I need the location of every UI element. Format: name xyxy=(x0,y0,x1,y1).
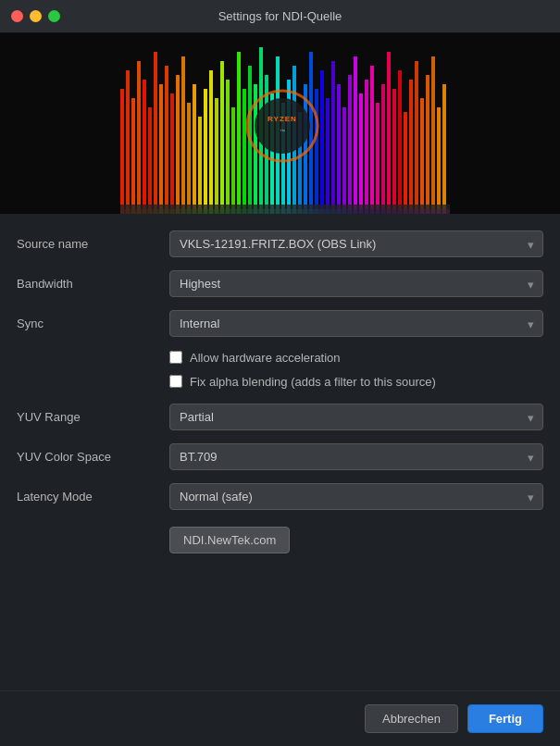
svg-rect-55 xyxy=(420,98,424,214)
svg-rect-1 xyxy=(120,89,124,214)
svg-point-61 xyxy=(255,98,310,154)
source-name-row: Source name VKLS-12191.FRITZ.BOX (OBS Li… xyxy=(17,230,543,257)
sync-wrapper: Internal External NDI Timestamp xyxy=(169,310,543,337)
svg-rect-53 xyxy=(409,80,413,214)
svg-rect-58 xyxy=(437,107,441,214)
bandwidth-wrapper: Highest High Medium Low Audio only xyxy=(169,270,543,297)
svg-rect-19 xyxy=(220,61,224,214)
fix-alpha-checkbox[interactable] xyxy=(169,375,182,388)
titlebar: Settings for NDI-Quelle xyxy=(0,0,560,33)
yuv-range-wrapper: Partial Full xyxy=(169,404,543,430)
svg-rect-8 xyxy=(159,84,163,214)
svg-rect-21 xyxy=(231,107,235,214)
svg-rect-48 xyxy=(381,84,385,214)
svg-rect-39 xyxy=(331,61,335,214)
bandwidth-select[interactable]: Highest High Medium Low Audio only xyxy=(169,270,543,297)
ndi-button-row: NDI.NewTek.com xyxy=(169,527,543,553)
yuv-range-select[interactable]: Partial Full xyxy=(169,404,543,430)
svg-rect-9 xyxy=(165,66,168,214)
yuv-range-row: YUV Range Partial Full xyxy=(17,404,543,430)
bottom-bar: Abbrechen Fertig xyxy=(0,690,560,746)
svg-rect-34 xyxy=(304,84,307,214)
svg-rect-46 xyxy=(370,66,374,214)
svg-rect-18 xyxy=(215,98,218,214)
yuv-color-control: BT.709 BT.601 BT.2020 xyxy=(169,443,543,470)
svg-rect-7 xyxy=(154,52,157,214)
svg-rect-20 xyxy=(226,80,230,214)
svg-rect-42 xyxy=(348,75,352,214)
svg-text:™: ™ xyxy=(280,129,285,134)
svg-rect-5 xyxy=(143,80,146,214)
svg-text:RYZEN: RYZEN xyxy=(268,115,297,123)
bandwidth-label: Bandwidth xyxy=(17,277,169,291)
cancel-button[interactable]: Abbrechen xyxy=(365,704,458,733)
yuv-range-control: Partial Full xyxy=(169,404,543,430)
hw-accel-row: Allow hardware acceleration xyxy=(169,350,543,367)
svg-rect-23 xyxy=(243,89,246,214)
minimize-button[interactable] xyxy=(30,10,42,22)
svg-rect-44 xyxy=(359,93,363,214)
latency-row: Latency Mode Normal (safe) Low Lowest xyxy=(17,483,543,510)
traffic-lights xyxy=(11,10,60,22)
preview-area: RYZEN ™ xyxy=(0,33,560,214)
svg-rect-49 xyxy=(387,52,391,214)
ok-button[interactable]: Fertig xyxy=(467,704,543,733)
svg-rect-52 xyxy=(404,112,407,214)
settings-form: Source name VKLS-12191.FRITZ.BOX (OBS Li… xyxy=(0,214,560,628)
latency-wrapper: Normal (safe) Low Lowest xyxy=(169,483,543,510)
yuv-range-label: YUV Range xyxy=(17,410,169,424)
svg-rect-4 xyxy=(137,61,141,214)
hw-accel-label[interactable]: Allow hardware acceleration xyxy=(190,350,341,367)
source-name-select[interactable]: VKLS-12191.FRITZ.BOX (OBS Link) xyxy=(169,230,543,257)
sync-control: Internal External NDI Timestamp xyxy=(169,310,543,337)
svg-rect-14 xyxy=(193,84,196,214)
svg-rect-59 xyxy=(442,84,446,214)
svg-rect-10 xyxy=(170,93,174,214)
close-button[interactable] xyxy=(11,10,23,22)
svg-rect-50 xyxy=(392,89,396,214)
maximize-button[interactable] xyxy=(48,10,60,22)
spectrum-visualization: RYZEN ™ xyxy=(0,33,560,214)
yuv-color-row: YUV Color Space BT.709 BT.601 BT.2020 xyxy=(17,443,543,470)
latency-label: Latency Mode xyxy=(17,490,169,504)
yuv-color-select[interactable]: BT.709 BT.601 BT.2020 xyxy=(169,443,543,470)
window-title: Settings for NDI-Quelle xyxy=(218,9,342,23)
svg-rect-37 xyxy=(320,70,324,214)
svg-rect-2 xyxy=(126,70,130,214)
svg-rect-51 xyxy=(398,70,402,214)
latency-control: Normal (safe) Low Lowest xyxy=(169,483,543,510)
source-name-wrapper: VKLS-12191.FRITZ.BOX (OBS Link) xyxy=(169,230,543,257)
yuv-color-wrapper: BT.709 BT.601 BT.2020 xyxy=(169,443,543,470)
svg-rect-12 xyxy=(181,56,185,214)
svg-rect-16 xyxy=(204,89,207,214)
ndi-link-button[interactable]: NDI.NewTek.com xyxy=(169,527,290,553)
svg-rect-13 xyxy=(187,103,191,214)
svg-rect-41 xyxy=(342,107,346,214)
svg-rect-43 xyxy=(354,56,357,214)
sync-row: Sync Internal External NDI Timestamp xyxy=(17,310,543,337)
svg-rect-54 xyxy=(415,61,418,214)
svg-rect-35 xyxy=(309,52,313,214)
svg-rect-45 xyxy=(365,80,368,214)
bandwidth-control: Highest High Medium Low Audio only xyxy=(169,270,543,297)
svg-rect-65 xyxy=(120,205,450,214)
svg-rect-56 xyxy=(426,75,429,214)
svg-rect-17 xyxy=(209,70,213,214)
source-name-label: Source name xyxy=(17,237,169,251)
sync-select[interactable]: Internal External NDI Timestamp xyxy=(169,310,543,337)
svg-rect-57 xyxy=(431,56,435,214)
source-name-control: VKLS-12191.FRITZ.BOX (OBS Link) xyxy=(169,230,543,257)
fix-alpha-label[interactable]: Fix alpha blending (adds a filter to thi… xyxy=(190,374,436,391)
svg-rect-6 xyxy=(148,107,152,214)
bandwidth-row: Bandwidth Highest High Medium Low Audio … xyxy=(17,270,543,297)
svg-rect-3 xyxy=(131,98,135,214)
svg-rect-15 xyxy=(198,117,202,214)
latency-select[interactable]: Normal (safe) Low Lowest xyxy=(169,483,543,510)
svg-rect-11 xyxy=(176,75,180,214)
hw-accel-checkbox[interactable] xyxy=(169,351,182,364)
svg-rect-47 xyxy=(376,103,380,214)
svg-rect-22 xyxy=(237,52,241,214)
yuv-color-label: YUV Color Space xyxy=(17,450,169,464)
svg-rect-36 xyxy=(315,89,318,214)
svg-rect-40 xyxy=(337,84,341,214)
